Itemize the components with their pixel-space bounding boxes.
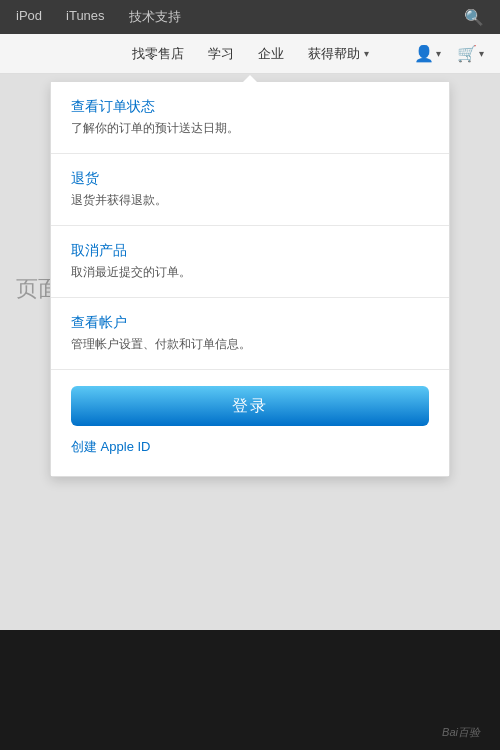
dropdown-item-cancel-title: 取消产品 xyxy=(71,242,429,260)
user-chevron-icon: ▾ xyxy=(436,48,441,59)
dropdown-item-account[interactable]: 查看帐户 管理帐户设置、付款和订单信息。 xyxy=(51,298,449,370)
dropdown-item-order-desc: 了解你的订单的预计送达日期。 xyxy=(71,120,429,137)
nav-enterprise[interactable]: 企业 xyxy=(258,45,284,63)
nav-learn[interactable]: 学习 xyxy=(208,45,234,63)
user-menu-button[interactable]: 👤 ▾ xyxy=(414,44,441,63)
create-apple-id-link[interactable]: 创建 Apple ID xyxy=(71,438,429,456)
dropdown-item-return[interactable]: 退货 退货并获得退款。 xyxy=(51,154,449,226)
top-nav-links: iPod iTunes 技术支持 xyxy=(16,8,181,26)
cart-icon: 🛒 xyxy=(457,44,477,63)
dropdown-caret xyxy=(243,75,257,82)
dropdown-item-account-desc: 管理帐户设置、付款和订单信息。 xyxy=(71,336,429,353)
cart-button[interactable]: 🛒 ▾ xyxy=(457,44,484,63)
login-button[interactable]: 登录 xyxy=(71,386,429,426)
bottom-dark-area: Bai百验 xyxy=(0,630,500,750)
user-icon: 👤 xyxy=(414,44,434,63)
top-nav-itunes[interactable]: iTunes xyxy=(66,8,105,26)
top-nav-bar: iPod iTunes 技术支持 🔍 xyxy=(0,0,500,34)
cart-chevron-icon: ▾ xyxy=(479,48,484,59)
second-nav-bar: 找零售店 学习 企业 获得帮助 ▾ 👤 ▾ 🛒 ▾ xyxy=(0,34,500,74)
search-icon[interactable]: 🔍 xyxy=(464,8,484,27)
main-area: 页面 查看订单状态 了解你的订单的预计送达日期。 退货 退货并获得退款。 取消产… xyxy=(0,74,500,750)
nav-right-icons: 👤 ▾ 🛒 ▾ xyxy=(414,44,484,63)
dropdown-item-return-title: 退货 xyxy=(71,170,429,188)
dropdown-item-cancel-desc: 取消最近提交的订单。 xyxy=(71,264,429,281)
login-area: 登录 创建 Apple ID xyxy=(51,370,449,476)
dropdown-item-account-title: 查看帐户 xyxy=(71,314,429,332)
top-nav-ipod[interactable]: iPod xyxy=(16,8,42,26)
top-nav-support[interactable]: 技术支持 xyxy=(129,8,181,26)
dropdown-item-cancel[interactable]: 取消产品 取消最近提交的订单。 xyxy=(51,226,449,298)
dropdown-item-return-desc: 退货并获得退款。 xyxy=(71,192,429,209)
chevron-down-icon: ▾ xyxy=(364,48,369,59)
help-dropdown-panel: 查看订单状态 了解你的订单的预计送达日期。 退货 退货并获得退款。 取消产品 取… xyxy=(50,82,450,477)
dropdown-item-order-status[interactable]: 查看订单状态 了解你的订单的预计送达日期。 xyxy=(51,82,449,154)
nav-store[interactable]: 找零售店 xyxy=(132,45,184,63)
baidu-watermark: Bai百验 xyxy=(442,725,480,740)
dropdown-item-order-title: 查看订单状态 xyxy=(71,98,429,116)
nav-help[interactable]: 获得帮助 ▾ xyxy=(308,45,369,63)
